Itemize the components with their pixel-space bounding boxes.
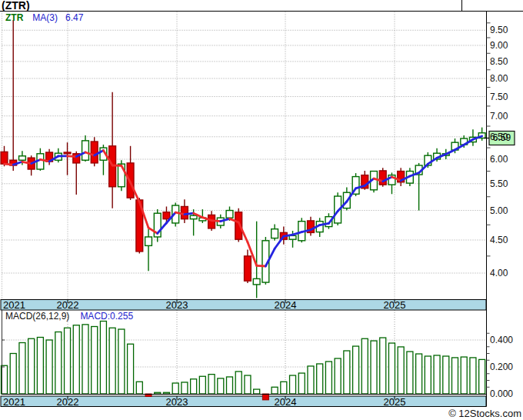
price-axis-label: 7.50 (490, 92, 522, 102)
ma-label: MA(3) (32, 12, 58, 23)
price-axis-label: 8.00 (490, 73, 522, 84)
year-axis-label: 2022 (51, 397, 85, 407)
macd-value-label: MACD:0.255 (80, 311, 133, 322)
price-axis-label: 5.00 (490, 205, 522, 216)
ma-value: 6.47 (65, 12, 83, 23)
price-legend: ZTRMA(3)6.47 (5, 12, 83, 23)
price-axis-label: 8.50 (490, 56, 522, 67)
price-axis-label: 4.00 (490, 268, 522, 278)
last-price-badge: 6.59 (490, 132, 514, 144)
macd-axis-label: 0.000 (490, 388, 522, 399)
macd-legend: MACD(26,12,9)MACD:0.255 (5, 311, 133, 322)
page-title: (ZTR) (2, 0, 30, 12)
macd-params-label: MACD(26,12,9) (5, 311, 69, 322)
ma-line (5, 136, 482, 266)
year-axis-label: 2021 (3, 300, 25, 310)
price-axis-label: 4.50 (490, 235, 522, 245)
watermark: © 12Stocks.com (448, 408, 521, 419)
year-axis-label: 2021 (3, 397, 25, 407)
macd-histogram (2, 322, 485, 400)
year-axis-label: 2025 (378, 397, 411, 407)
year-axis-label: 2024 (268, 300, 302, 310)
macd-axis-label: 0.400 (490, 335, 522, 345)
year-axis-label: 2025 (378, 300, 411, 310)
year-axis-label: 2024 (268, 397, 302, 407)
year-axis-label: 2023 (160, 397, 194, 407)
price-axis-label: 6.00 (490, 154, 522, 165)
price-axis-label: 5.50 (490, 178, 522, 189)
price-axis-label: 9.00 (490, 40, 522, 51)
price-axis-label: 9.50 (490, 25, 522, 35)
year-axis-label: 2023 (160, 300, 194, 310)
symbol-label: ZTR (5, 12, 23, 23)
price-axis-label: 7.00 (490, 111, 522, 122)
chart-canvas (0, 0, 523, 420)
macd-axis-label: 0.200 (490, 362, 522, 372)
stock-chart-page: (ZTR) ZTRMA(3)6.47 MACD(26,12,9)MACD:0.2… (0, 0, 523, 420)
year-axis-label: 2022 (51, 300, 85, 310)
